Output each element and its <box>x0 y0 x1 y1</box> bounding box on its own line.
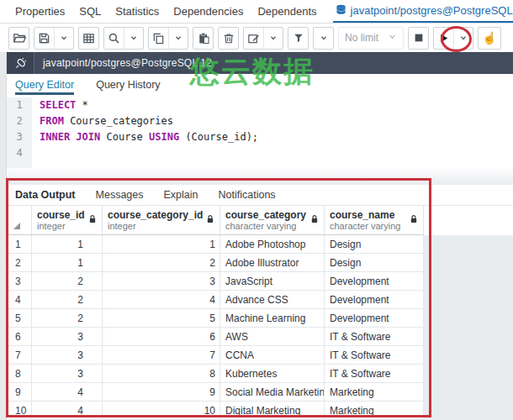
output-tab-data-output[interactable]: Data Output <box>15 189 76 201</box>
save-options-button[interactable] <box>54 28 73 49</box>
macros-button[interactable]: ☝ <box>479 28 500 49</box>
data-cell[interactable]: JavaScript <box>220 272 325 291</box>
data-cell[interactable]: 9 <box>103 383 220 402</box>
data-cell[interactable]: 1 <box>32 235 103 254</box>
data-cell[interactable]: AWS <box>220 328 325 346</box>
data-cell[interactable]: 10 <box>103 402 220 420</box>
tab-query-history[interactable]: Query History <box>96 79 160 95</box>
column-header-course_id[interactable]: course_idinteger <box>32 206 103 235</box>
row-number-cell[interactable]: 4 <box>8 291 32 309</box>
data-cell[interactable]: Development <box>325 309 424 328</box>
data-cell[interactable]: 1 <box>32 254 103 272</box>
data-cell[interactable]: Advance CSS <box>220 291 325 309</box>
data-cell[interactable]: Social Media Marketing <box>220 383 325 402</box>
data-cell[interactable]: IT & Software <box>325 365 424 383</box>
data-cell[interactable]: Marketing <box>325 402 424 420</box>
data-cell[interactable]: 7 <box>103 346 220 365</box>
output-tab-explain[interactable]: Explain <box>164 189 198 201</box>
paste-button[interactable] <box>193 28 213 49</box>
sql-code[interactable]: SELECT *FROM Course_categoriesINNER JOIN… <box>32 97 513 168</box>
output-tab-messages[interactable]: Messages <box>96 189 144 201</box>
data-cell[interactable]: 8 <box>103 365 220 383</box>
data-cell[interactable]: Design <box>325 235 424 254</box>
row-number-cell[interactable]: 1 <box>8 235 32 254</box>
row-number-cell[interactable]: 2 <box>8 254 32 272</box>
data-cell[interactable]: 4 <box>103 291 220 309</box>
data-cell[interactable]: Development <box>325 291 424 309</box>
data-cell[interactable]: 2 <box>32 272 103 291</box>
data-cell[interactable]: 3 <box>32 328 103 346</box>
data-cell[interactable]: 2 <box>103 254 220 272</box>
column-header-course_category_id[interactable]: course_category_idinteger <box>103 206 220 235</box>
execute-query-button[interactable] <box>434 28 453 49</box>
sql-line[interactable]: SELECT * <box>40 97 513 113</box>
column-header-course_category[interactable]: course_categorycharacter varying <box>220 206 325 235</box>
data-cell[interactable]: 6 <box>103 328 220 346</box>
query-tool-tab[interactable]: javatpoint/postgres@PostgreSQL 12 * <box>333 0 513 23</box>
data-cell[interactable]: Development <box>325 272 424 291</box>
find-options-button[interactable] <box>124 28 143 49</box>
data-cell[interactable]: Machine Learning <box>220 309 325 328</box>
execute-options-button[interactable] <box>453 28 473 49</box>
data-cell[interactable]: Design <box>325 254 424 272</box>
row-number-cell[interactable]: 10 <box>8 402 32 420</box>
column-header-course_name[interactable]: course_namecharacter varying <box>325 206 424 235</box>
cancel-query-button[interactable] <box>409 28 428 49</box>
menu-tab-dependents[interactable]: Dependents <box>257 0 316 23</box>
data-cell[interactable]: Digital Marketing <box>220 402 325 420</box>
data-cell[interactable]: 4 <box>32 402 103 420</box>
line-number: 4 <box>7 145 32 161</box>
data-cell[interactable]: IT & Software <box>325 328 424 346</box>
menu-tab-dependencies[interactable]: Dependencies <box>173 0 243 23</box>
edit-button[interactable] <box>244 28 263 49</box>
row-number-cell[interactable]: 9 <box>8 383 32 402</box>
data-cell[interactable]: 3 <box>32 346 103 365</box>
data-cell[interactable]: 5 <box>103 309 220 328</box>
row-number-cell[interactable]: 7 <box>8 346 32 365</box>
data-cell[interactable]: CCNA <box>220 346 325 365</box>
data-cell[interactable]: 3 <box>32 365 103 383</box>
data-cell[interactable]: 2 <box>32 309 103 328</box>
copy-button[interactable] <box>149 28 168 49</box>
data-cell[interactable]: Marketing <box>325 383 424 402</box>
output-tab-notifications[interactable]: Notifications <box>219 189 276 201</box>
sql-line[interactable]: FROM Course_categories <box>40 113 513 129</box>
data-cell[interactable]: IT & Software <box>325 346 424 365</box>
data-cell[interactable]: 4 <box>32 383 103 402</box>
edit-options-button[interactable] <box>263 28 283 49</box>
menu-tab-properties[interactable]: Properties <box>15 0 65 23</box>
chevron-down-icon <box>388 32 397 44</box>
data-cell[interactable]: 2 <box>32 291 103 309</box>
sql-line[interactable]: INNER JOIN Course USING (Course_id); <box>40 129 513 145</box>
query-toolbar: No limit ☝ <box>0 24 513 52</box>
row-number-cell[interactable]: 3 <box>8 272 32 291</box>
save-button[interactable] <box>34 28 54 49</box>
column-type: character varying <box>225 221 324 232</box>
row-number-cell[interactable]: 5 <box>8 309 32 328</box>
save-data-changes-button[interactable] <box>79 28 98 49</box>
data-cell[interactable]: Kubernetes <box>220 365 325 383</box>
row-number-cell[interactable]: 8 <box>8 365 32 383</box>
menu-tab-sql[interactable]: SQL <box>79 0 101 23</box>
data-cell[interactable]: Adobe Illustrator <box>220 254 325 272</box>
limit-select[interactable]: No limit <box>338 27 404 50</box>
row-number-cell[interactable]: 6 <box>8 328 32 346</box>
filter-options-button[interactable] <box>314 28 333 49</box>
table-row: 636AWSIT & Software <box>8 328 513 346</box>
panel-splitter[interactable] <box>7 168 513 185</box>
open-file-button[interactable] <box>9 28 29 49</box>
select-all-corner[interactable] <box>8 206 32 235</box>
delete-row-button[interactable] <box>219 28 238 49</box>
sql-line[interactable] <box>40 145 513 161</box>
data-cell[interactable]: 1 <box>103 235 220 254</box>
filter-button[interactable] <box>288 28 308 49</box>
data-cell[interactable]: 3 <box>103 272 220 291</box>
find-button[interactable] <box>104 28 124 49</box>
tab-query-editor[interactable]: Query Editor <box>15 79 74 95</box>
data-cell[interactable]: Adobe Photoshop <box>220 235 325 254</box>
menu-tab-statistics[interactable]: Statistics <box>115 0 159 23</box>
table-row: 10410Digital MarketingMarketing <box>8 402 513 420</box>
sql-editor[interactable]: 1234 SELECT *FROM Course_categoriesINNER… <box>7 95 513 168</box>
line-number: 1 <box>7 97 32 113</box>
copy-options-button[interactable] <box>168 28 188 49</box>
